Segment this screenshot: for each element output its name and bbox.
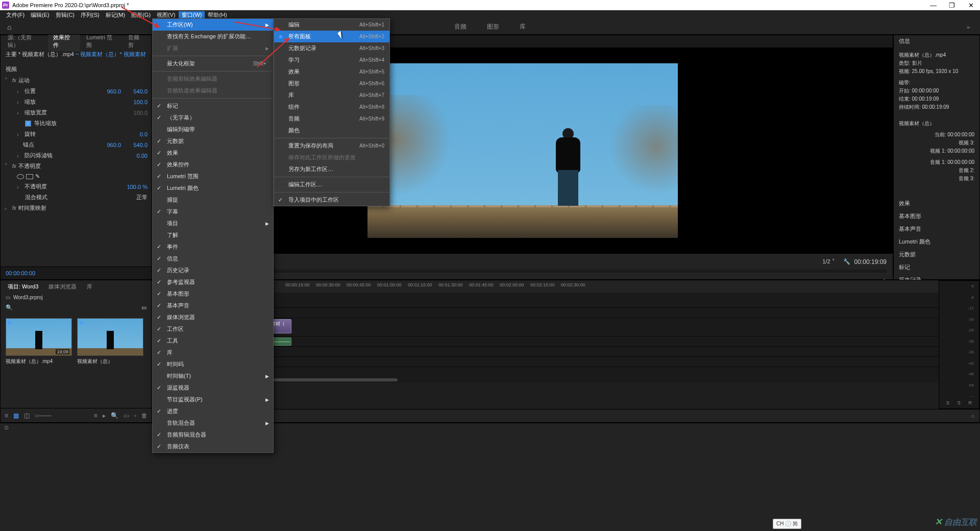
prop-blend-mode[interactable]: 混合模式正常 <box>1 192 152 203</box>
effect-time-remap[interactable]: ›fx时间重映射 <box>1 203 152 213</box>
submenu-item[interactable]: 编辑工作区… <box>274 179 389 190</box>
menu-item[interactable]: ✓参考监视器 <box>153 276 273 288</box>
close-button[interactable]: ✕ <box>968 2 974 9</box>
menu-item[interactable]: ✓库 <box>153 347 273 358</box>
automate-icon[interactable]: ▸ <box>103 412 106 419</box>
panel-list-item[interactable]: 元数据 <box>894 248 979 261</box>
menu-item[interactable]: ✓事件 <box>153 241 273 253</box>
menu-item[interactable]: ✓Lumetri 范围 <box>153 171 273 182</box>
menu-clip[interactable]: 剪辑(C) <box>53 11 78 19</box>
menu-item[interactable]: 了解 <box>153 229 273 241</box>
panel-list-item[interactable]: 基本图形 <box>894 210 979 223</box>
prop-opacity-value[interactable]: ›不透明度100.0 % <box>1 181 152 192</box>
panel-list-item[interactable]: Lumetri 颜色 <box>894 235 979 248</box>
prop-uniform-scale[interactable]: ✓等比缩放 <box>1 118 152 129</box>
prop-position[interactable]: ›位置960.0540.0 <box>1 86 152 96</box>
program-zoom-dropdown[interactable]: 1/2 ˅ <box>818 257 839 266</box>
icon-view-icon[interactable]: ▦ <box>13 412 19 419</box>
delete-button[interactable]: 🗑 <box>141 412 148 419</box>
menu-item[interactable]: ✓音频剪辑混合器 <box>153 429 273 441</box>
wrench-icon[interactable]: 🔧 <box>843 258 850 265</box>
menu-marker[interactable]: 标记(M) <box>103 11 129 19</box>
sort-icon[interactable]: ≡ <box>94 412 97 419</box>
menu-item[interactable]: 捕捉 <box>153 194 273 206</box>
project-item[interactable]: ▣19;09 视频素材（总）.mp4 <box>6 318 72 403</box>
menu-item[interactable]: ✓音频仪表 <box>153 441 273 452</box>
ws-tab-audio[interactable]: 音频 <box>454 22 467 31</box>
tab-libraries[interactable]: 库 <box>83 281 96 293</box>
project-item[interactable]: ▣ 视频素材（总） <box>77 318 143 403</box>
zoom-slider[interactable]: ○─── <box>35 412 52 419</box>
menu-edit[interactable]: 编辑(E) <box>28 11 53 19</box>
timeline-scrollbar[interactable] <box>173 377 939 382</box>
mask-ellipse-icon[interactable] <box>17 174 24 179</box>
menu-sequence[interactable]: 序列(S) <box>78 11 103 19</box>
menu-item[interactable]: 查找有关 Exchange 的扩展功能… <box>153 31 273 42</box>
menu-item[interactable]: 编辑到磁带 <box>153 124 273 135</box>
submenu-item[interactable]: 学习Alt+Shift+4 <box>274 54 389 66</box>
ws-tab-graphics[interactable]: 图形 <box>487 22 499 31</box>
opacity-masks[interactable]: ✎ <box>1 172 152 181</box>
timeline-tracks[interactable]: 00:0000:00:15:0000:00:30:0000:00:45:0000… <box>173 280 939 409</box>
panel-list-item[interactable]: 基本声音 <box>894 223 979 235</box>
find-icon[interactable]: 🔍 <box>111 412 118 419</box>
mask-pen-icon[interactable]: ✎ <box>35 173 40 180</box>
menu-item[interactable]: ✓进度 <box>153 405 273 417</box>
ime-indicator[interactable]: CH 🕗 简 <box>773 519 801 529</box>
search-icon[interactable]: 🔍 <box>6 304 13 311</box>
menu-item[interactable]: ✓元数据 <box>153 135 273 147</box>
menu-item[interactable]: ✓基本图形 <box>153 288 273 300</box>
menu-view[interactable]: 视图(V) <box>154 11 179 19</box>
prop-anchor[interactable]: 锚点960.0540.0 <box>1 139 152 150</box>
menu-file[interactable]: 文件(F) <box>3 11 28 19</box>
menu-item[interactable]: ✓Lumetri 颜色 <box>153 182 273 194</box>
menu-item[interactable]: ✓效果控件 <box>153 159 273 171</box>
menu-item[interactable]: ✓基本声音 <box>153 300 273 311</box>
prop-scale[interactable]: ›缩放100.0 <box>1 96 152 107</box>
panel-list-item[interactable]: 标记 <box>894 261 979 274</box>
prop-antiflicker[interactable]: ›防闪烁滤镜0.00 <box>1 150 152 161</box>
submenu-item[interactable]: 元数据记录Alt+Shift+3 <box>274 42 389 54</box>
submenu-item[interactable]: 所有面板Alt+Shift+2 <box>274 31 389 42</box>
effect-time[interactable]: 00:00:00:00 <box>1 267 152 279</box>
tl-scroll-icon[interactable]: ○ <box>971 413 974 419</box>
menu-help[interactable]: 帮助(H) <box>205 11 230 19</box>
submenu-item[interactable]: ✓导入项目中的工作区 <box>274 194 389 206</box>
menu-item[interactable]: ✓源监视器 <box>153 382 273 394</box>
submenu-item[interactable]: 音频Alt+Shift+9 <box>274 113 389 125</box>
new-bin-icon[interactable]: ▭ <box>141 304 146 311</box>
menu-item[interactable]: ✓字幕 <box>153 206 273 218</box>
maximize-button[interactable]: ❐ <box>949 2 955 9</box>
tab-project[interactable]: 项目: Word3 <box>4 281 42 293</box>
menu-item[interactable]: ✓标记 <box>153 100 273 112</box>
submenu-item[interactable]: 重置为保存的布局Alt+Shift+0 <box>274 140 389 152</box>
menu-item[interactable]: ✓信息 <box>153 253 273 264</box>
prop-rotation[interactable]: ›旋转0.0 <box>1 129 152 139</box>
ws-tab-library[interactable]: 库 <box>520 22 526 31</box>
menu-item[interactable]: 项目▶ <box>153 218 273 229</box>
tab-media-browser[interactable]: 媒体浏览器 <box>44 281 81 293</box>
home-icon[interactable]: ⌂ <box>0 23 18 31</box>
menu-item[interactable]: ✓历史记录 <box>153 264 273 276</box>
ws-more-icon[interactable]: » <box>967 24 970 30</box>
mask-rect-icon[interactable] <box>26 174 33 179</box>
list-view-icon[interactable]: ≡ <box>5 412 8 419</box>
effect-motion[interactable]: ˅fx运动 <box>1 75 152 86</box>
freeform-view-icon[interactable]: ◫ <box>24 412 30 419</box>
menu-item[interactable]: ✓媒体浏览器 <box>153 311 273 323</box>
menu-item[interactable]: ✓效果 <box>153 147 273 159</box>
menu-item[interactable]: 时间轴(T)▶ <box>153 370 273 382</box>
submenu-item[interactable]: 图形Alt+Shift+6 <box>274 78 389 89</box>
menu-item[interactable]: 音轨混合器▶ <box>153 417 273 429</box>
submenu-item[interactable]: 编辑Alt+Shift+1 <box>274 19 389 31</box>
panel-list-item[interactable]: 效果 <box>894 197 979 210</box>
effect-opacity[interactable]: ˅fx不透明度 <box>1 161 152 172</box>
new-item-button[interactable]: ▫ <box>134 412 136 419</box>
submenu-item[interactable]: 库Alt+Shift+7 <box>274 89 389 101</box>
menu-item[interactable]: 最大化框架Shift+` <box>153 58 273 69</box>
menu-item[interactable]: ✓时间码 <box>153 358 273 370</box>
menu-item[interactable]: ✓（无字幕） <box>153 112 273 124</box>
submenu-item[interactable]: 效果Alt+Shift+5 <box>274 66 389 78</box>
menu-window[interactable]: 窗口(W) <box>179 11 205 19</box>
submenu-item[interactable]: 另存为新工作区… <box>274 163 389 175</box>
